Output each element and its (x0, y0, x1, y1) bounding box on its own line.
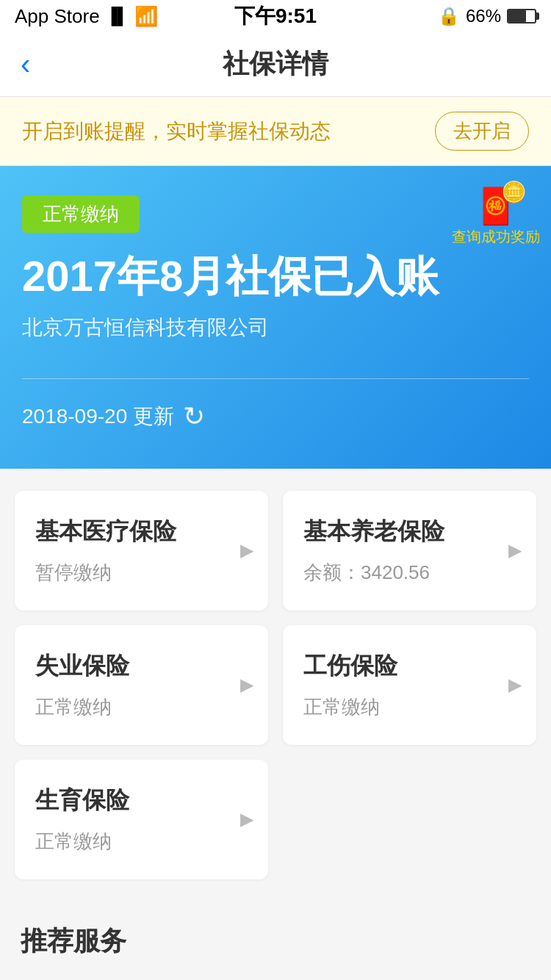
cards-section: 基本医疗保险 暂停缴纳 ▶ 基本养老保险 余额：3420.56 ▶ 失业保险 正… (0, 469, 551, 901)
app-store-label: App Store (15, 5, 100, 28)
recommended-section: 推荐服务 社 社保断了，自己也能继续交 (0, 901, 551, 980)
card-unemployment-title: 失业保险 (35, 650, 248, 682)
card-maternity-arrow: ▶ (240, 809, 253, 829)
card-unemployment-arrow: ▶ (240, 674, 253, 695)
wifi-icon: 📶 (134, 5, 158, 28)
hero-divider (22, 378, 529, 379)
card-unemployment-status: 正常缴纳 (35, 694, 248, 720)
signal-icon: ▐▌ (106, 7, 129, 26)
battery-icon (507, 9, 536, 24)
card-injury-title: 工伤保险 (303, 650, 516, 682)
status-bar: App Store ▐▌ 📶 下午9:51 🔒 66% (0, 0, 551, 32)
card-injury-arrow: ▶ (508, 674, 522, 695)
cards-row-1: 基本医疗保险 暂停缴纳 ▶ 基本养老保险 余额：3420.56 ▶ (15, 491, 536, 610)
status-left: App Store ▐▌ 📶 (15, 5, 158, 28)
back-button[interactable]: ‹ (21, 48, 30, 81)
status-right: 🔒 66% (438, 6, 536, 26)
notification-open-button[interactable]: 去开启 (435, 112, 529, 151)
card-medical[interactable]: 基本医疗保险 暂停缴纳 ▶ (15, 491, 268, 610)
card-medical-arrow: ▶ (240, 540, 253, 561)
card-maternity-title: 生育保险 (35, 785, 248, 817)
battery-percent: 66% (466, 6, 501, 26)
card-injury-status: 正常缴纳 (303, 694, 516, 720)
lock-icon: 🔒 (438, 6, 460, 26)
card-pension-status: 余额：3420.56 (303, 560, 516, 586)
card-medical-title: 基本医疗保险 (35, 516, 248, 548)
cards-row-3: 生育保险 正常缴纳 ▶ (15, 760, 536, 879)
nav-bar: ‹ 社保详情 (0, 32, 551, 97)
hero-title: 2017年8月社保已入账 (22, 251, 529, 302)
card-maternity-status: 正常缴纳 (35, 829, 248, 854)
hero-subtitle: 北京万古恒信科技有限公司 (22, 314, 529, 342)
page-title: 社保详情 (223, 46, 328, 82)
notification-text: 开启到账提醒，实时掌握社保动态 (22, 118, 331, 145)
card-maternity[interactable]: 生育保险 正常缴纳 ▶ (15, 760, 268, 879)
hero-update: 2018-09-20 更新 ↻ (22, 401, 529, 432)
card-unemployment[interactable]: 失业保险 正常缴纳 ▶ (15, 625, 268, 745)
hero-status-badge: 正常缴纳 (22, 195, 140, 233)
card-pension[interactable]: 基本养老保险 余额：3420.56 ▶ (283, 491, 536, 610)
card-pension-arrow: ▶ (508, 540, 522, 561)
notification-banner: 开启到账提醒，实时掌握社保动态 去开启 (0, 97, 551, 166)
status-time: 下午9:51 (234, 2, 317, 30)
card-medical-status: 暂停缴纳 (35, 560, 248, 586)
hero-section: 🧧 🪙 查询成功奖励 正常缴纳 2017年8月社保已入账 北京万古恒信科技有限公… (0, 166, 551, 469)
recommended-title: 推荐服务 (21, 923, 530, 959)
update-date-text: 2018-09-20 更新 (22, 403, 174, 430)
reward-badge: 🧧 🪙 查询成功奖励 (455, 181, 536, 254)
cards-row-2: 失业保险 正常缴纳 ▶ 工伤保险 正常缴纳 ▶ (15, 625, 536, 745)
card-pension-title: 基本养老保险 (303, 516, 516, 548)
reward-text: 查询成功奖励 (452, 227, 540, 247)
service-item-1[interactable]: 社 社保断了，自己也能继续交 (21, 977, 530, 980)
card-injury[interactable]: 工伤保险 正常缴纳 ▶ (283, 625, 536, 745)
refresh-icon[interactable]: ↻ (183, 401, 205, 432)
